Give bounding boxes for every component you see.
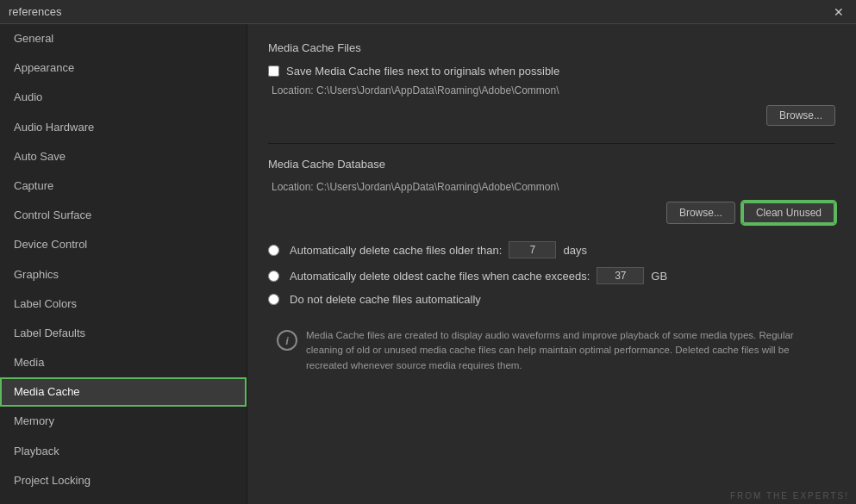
cache-db-button-row: Browse... Clean Unused — [268, 202, 835, 224]
cache-files-browse-row: Browse... — [268, 105, 835, 126]
sidebar-item-appearance[interactable]: Appearance — [0, 53, 247, 83]
auto-delete-days-input[interactable] — [509, 241, 556, 258]
auto-delete-option2-radio[interactable] — [268, 271, 279, 282]
auto-delete-option3-label: Do not delete cache files automatically — [290, 293, 481, 306]
media-cache-files-section: Media Cache Files Save Media Cache files… — [268, 41, 835, 126]
auto-delete-option1-label: Automatically delete cache files older t… — [290, 244, 502, 257]
sidebar-item-label-defaults[interactable]: Label Defaults — [0, 319, 247, 348]
sidebar-item-project-locking[interactable]: Project Locking — [0, 466, 247, 495]
sidebar-item-audio-hardware[interactable]: Audio Hardware — [0, 113, 247, 142]
close-button[interactable]: ✕ — [830, 3, 847, 21]
main-container: General Appearance Audio Audio Hardware … — [0, 24, 856, 504]
sidebar-item-auto-save[interactable]: Auto Save — [0, 142, 247, 171]
auto-delete-gb-input[interactable] — [597, 267, 644, 284]
sidebar: General Appearance Audio Audio Hardware … — [0, 24, 247, 504]
sidebar-item-device-control[interactable]: Device Control — [0, 230, 247, 259]
cache-files-location-path: C:\Users\Jordan\AppData\Roaming\Adobe\Co… — [316, 84, 559, 96]
auto-delete-option3-radio[interactable] — [268, 294, 279, 305]
sidebar-item-media-cache[interactable]: Media Cache — [0, 377, 247, 407]
auto-delete-option3-row: Do not delete cache files automatically — [268, 293, 835, 306]
cache-db-location: Location: C:\Users\Jordan\AppData\Roamin… — [268, 181, 835, 193]
auto-delete-option1-row: Automatically delete cache files older t… — [268, 241, 835, 258]
clean-unused-button[interactable]: Clean Unused — [742, 202, 835, 224]
cache-db-location-path: C:\Users\Jordan\AppData\Roaming\Adobe\Co… — [316, 181, 559, 193]
auto-delete-option2-unit: GB — [651, 270, 667, 283]
media-cache-db-title: Media Cache Database — [268, 158, 835, 171]
sidebar-item-sync-settings[interactable]: Sync Settings — [0, 495, 247, 504]
sidebar-item-audio[interactable]: Audio — [0, 83, 247, 112]
sidebar-item-memory[interactable]: Memory — [0, 407, 247, 436]
auto-delete-option2-row: Automatically delete oldest cache files … — [268, 267, 835, 284]
cache-files-location-label: Location: — [272, 84, 314, 96]
cache-files-location: Location: C:\Users\Jordan\AppData\Roamin… — [268, 84, 835, 96]
title-bar-title: references — [9, 5, 61, 18]
save-cache-label: Save Media Cache files next to originals… — [286, 65, 559, 78]
save-cache-checkbox-row: Save Media Cache files next to originals… — [268, 65, 835, 78]
info-text: Media Cache files are created to display… — [306, 328, 827, 373]
auto-delete-option1-unit: days — [563, 244, 586, 257]
sidebar-item-playback[interactable]: Playback — [0, 437, 247, 466]
sidebar-item-label-colors[interactable]: Label Colors — [0, 289, 247, 319]
cache-db-browse-button[interactable]: Browse... — [666, 202, 735, 224]
media-cache-database-section: Media Cache Database Location: C:\Users\… — [268, 158, 835, 224]
sidebar-item-control-surface[interactable]: Control Surface — [0, 201, 247, 230]
auto-delete-option1-radio[interactable] — [268, 245, 279, 256]
sidebar-item-general[interactable]: General — [0, 24, 247, 53]
info-icon: i — [277, 330, 297, 351]
sidebar-item-capture[interactable]: Capture — [0, 171, 247, 201]
info-box: i Media Cache files are created to displ… — [268, 320, 835, 382]
watermark: FROM THE EXPERTS! — [730, 491, 849, 501]
cache-files-browse-button[interactable]: Browse... — [766, 105, 835, 126]
title-bar: references ✕ — [0, 0, 856, 24]
section-divider — [268, 143, 835, 144]
content-area: Media Cache Files Save Media Cache files… — [247, 24, 856, 504]
cache-db-location-label: Location: — [272, 181, 314, 193]
auto-delete-option2-label: Automatically delete oldest cache files … — [290, 270, 590, 283]
sidebar-item-graphics[interactable]: Graphics — [0, 260, 247, 289]
media-cache-files-title: Media Cache Files — [268, 41, 835, 54]
save-cache-checkbox[interactable] — [268, 65, 279, 77]
sidebar-item-media[interactable]: Media — [0, 348, 247, 377]
